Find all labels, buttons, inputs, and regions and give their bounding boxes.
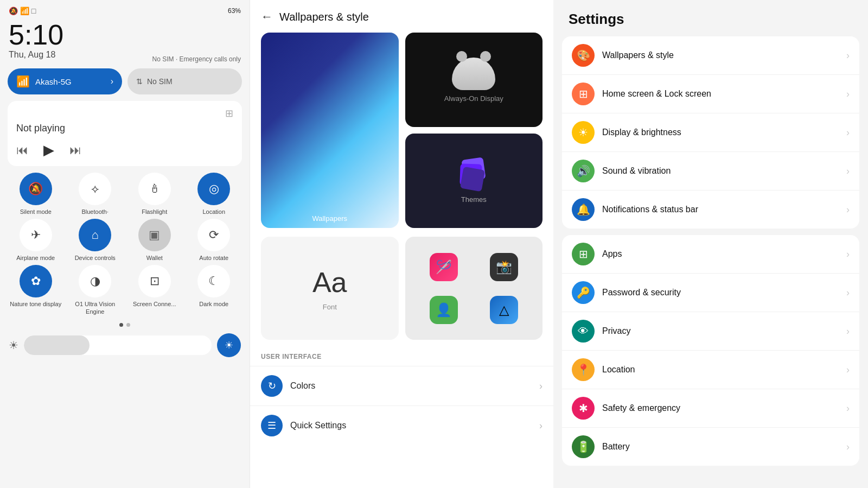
airplane-label: Airplane mode bbox=[16, 255, 55, 262]
sound-icon: 🔊 bbox=[572, 160, 595, 182]
quick-btn-wallet[interactable]: ▣ Wallet bbox=[126, 219, 183, 262]
wp-bottom-cards-grid: Aa Font 🪡 📸 👤 △ Icons bbox=[250, 237, 553, 348]
wifi-tile[interactable]: 📶 Akash-5G › bbox=[8, 68, 122, 94]
homescreen-arrow-icon: › bbox=[846, 88, 850, 100]
battery-arrow-icon: › bbox=[846, 441, 850, 453]
quick-btn-location[interactable]: ◎ Location bbox=[186, 173, 242, 216]
settings-item-safety[interactable]: ✱ Safety & emergency › bbox=[562, 389, 859, 428]
quick-btn-silent[interactable]: 🔕 Silent mode bbox=[8, 173, 64, 216]
themes-card-label: Themes bbox=[461, 195, 487, 204]
wp-back-button[interactable]: ← bbox=[261, 10, 273, 24]
icon-app-4: △ bbox=[490, 296, 518, 324]
quick-btn-nature[interactable]: ✿ Nature tone display bbox=[8, 265, 64, 315]
cast-icon[interactable]: ⊞ bbox=[225, 107, 233, 119]
location-label: Location bbox=[202, 208, 225, 216]
wp-card-themes[interactable]: Themes bbox=[405, 134, 543, 228]
quicksettings-arrow-icon: › bbox=[539, 420, 542, 432]
settings-item-password[interactable]: 🔑 Password & security › bbox=[562, 274, 859, 312]
o1ultra-label: O1 Ultra Vision Engine bbox=[67, 301, 124, 315]
settings-item-location[interactable]: 📍 Location › bbox=[562, 351, 859, 389]
quick-btn-bluetooth[interactable]: ⟡ Bluetooth· bbox=[67, 173, 124, 216]
quick-btn-o1ultra[interactable]: ◑ O1 Ultra Vision Engine bbox=[67, 265, 124, 315]
quick-buttons-grid: 🔕 Silent mode ⟡ Bluetooth· 🕯 Flashlight … bbox=[0, 168, 250, 320]
wp-card-icons[interactable]: 🪡 📸 👤 △ Icons bbox=[405, 237, 543, 340]
sim-tile[interactable]: ⇅ No SIM bbox=[127, 68, 242, 94]
font-card-label: Font bbox=[323, 303, 337, 311]
status-bar-time: 🔕 📶 □ bbox=[9, 7, 38, 15]
o1ultra-icon: ◑ bbox=[79, 265, 111, 297]
quick-btn-device[interactable]: ⌂ Device controls bbox=[67, 219, 124, 262]
darkmode-label: Dark mode bbox=[199, 301, 228, 308]
media-card: ⊞ Not playing ⏮ ▶ ⏭ bbox=[8, 101, 242, 166]
quick-btn-darkmode[interactable]: ☾ Dark mode bbox=[186, 265, 242, 315]
flashlight-label: Flashlight bbox=[142, 208, 167, 216]
password-setting-label: Password & security bbox=[602, 288, 846, 297]
font-preview: Aa Font bbox=[261, 237, 399, 340]
notifications-icon: 🔔 bbox=[572, 198, 595, 221]
privacy-arrow-icon: › bbox=[846, 326, 850, 337]
password-icon: 🔑 bbox=[572, 281, 595, 304]
dot-2 bbox=[126, 323, 130, 327]
wp-card-aod[interactable]: Always-On Display bbox=[405, 33, 543, 127]
sim-label: No SIM bbox=[147, 77, 173, 86]
settings-item-display[interactable]: ☀ Display & brightness › bbox=[562, 113, 859, 152]
settings-item-battery[interactable]: 🔋 Battery › bbox=[562, 428, 859, 466]
page-dots bbox=[0, 323, 250, 327]
safety-icon: ✱ bbox=[572, 397, 595, 420]
device-icon: ⌂ bbox=[79, 219, 111, 251]
aod-bear-graphic bbox=[452, 58, 495, 90]
display-arrow-icon: › bbox=[846, 127, 850, 138]
privacy-icon: 👁 bbox=[572, 320, 595, 343]
display-icon: ☀ bbox=[572, 121, 595, 144]
screenconn-icon: ⊡ bbox=[138, 265, 171, 297]
apps-setting-label: Apps bbox=[602, 249, 846, 259]
aod-preview: Always-On Display bbox=[405, 33, 543, 127]
wifi-arrow-icon: › bbox=[111, 77, 113, 86]
notifications-arrow-icon: › bbox=[846, 204, 850, 216]
quick-btn-screenconn[interactable]: ⊡ Screen Conne... bbox=[126, 265, 183, 315]
brightness-high-button[interactable]: ☀ bbox=[217, 333, 241, 357]
control-center-panel: 🔕 📶 □ 63% 5:10 Thu, Aug 18 No SIM · Emer… bbox=[0, 0, 250, 488]
settings-item-wallpapers[interactable]: 🎨 Wallpapers & style › bbox=[562, 36, 859, 75]
colors-label: Colors bbox=[290, 381, 539, 391]
settings-item-privacy[interactable]: 👁 Privacy › bbox=[562, 312, 859, 351]
media-play-button[interactable]: ▶ bbox=[43, 142, 54, 159]
brightness-slider[interactable] bbox=[24, 335, 212, 355]
wallpapers-arrow-icon: › bbox=[846, 50, 850, 61]
icon-app-3: 👤 bbox=[430, 296, 458, 324]
settings-item-apps[interactable]: ⊞ Apps › bbox=[562, 235, 859, 274]
homescreen-icon: ⊞ bbox=[572, 83, 595, 105]
wifi-icon: 📶 bbox=[16, 75, 30, 88]
dot-1 bbox=[119, 323, 123, 327]
screenconn-label: Screen Conne... bbox=[133, 301, 176, 308]
battery-setting-label: Battery bbox=[602, 442, 846, 452]
settings-item-homescreen[interactable]: ⊞ Home screen & Lock screen › bbox=[562, 75, 859, 113]
wp-colors-item[interactable]: ↻ Colors › bbox=[250, 366, 553, 405]
wallpaper-card-label: Wallpapers bbox=[261, 214, 399, 223]
notifications-setting-label: Notifications & status bar bbox=[602, 205, 846, 214]
wp-title: Wallpapers & style bbox=[279, 11, 369, 23]
quick-btn-airplane[interactable]: ✈ Airplane mode bbox=[8, 219, 64, 262]
wp-card-font[interactable]: Aa Font bbox=[261, 237, 399, 340]
media-next-button[interactable]: ⏭ bbox=[69, 143, 81, 157]
font-aa-graphic: Aa bbox=[312, 266, 347, 299]
rotate-label: Auto rotate bbox=[199, 255, 228, 262]
themes-preview: Themes bbox=[405, 134, 543, 228]
apps-icon: ⊞ bbox=[572, 243, 595, 265]
settings-group-1: 🎨 Wallpapers & style › ⊞ Home screen & L… bbox=[562, 36, 859, 229]
wallpapers-icon: 🎨 bbox=[572, 44, 595, 67]
brightness-fill bbox=[24, 335, 90, 355]
wp-quicksettings-item[interactable]: ☰ Quick Settings › bbox=[250, 405, 553, 445]
quick-btn-rotate[interactable]: ⟳ Auto rotate bbox=[186, 219, 242, 262]
settings-item-sound[interactable]: 🔊 Sound & vibration › bbox=[562, 152, 859, 191]
media-prev-button[interactable]: ⏮ bbox=[16, 143, 28, 157]
wp-card-wallpapers[interactable]: Wallpapers bbox=[261, 33, 399, 228]
wallpaper-style-panel: ← Wallpapers & style Wallpapers Always-O… bbox=[250, 0, 553, 488]
clock-time: 5:10 bbox=[9, 21, 241, 49]
quick-btn-flashlight[interactable]: 🕯 Flashlight bbox=[126, 173, 183, 216]
themes-layer-3 bbox=[460, 166, 485, 191]
rotate-icon: ⟳ bbox=[197, 219, 230, 251]
settings-item-notifications[interactable]: 🔔 Notifications & status bar › bbox=[562, 191, 859, 229]
icons-preview: 🪡 📸 👤 △ bbox=[405, 237, 543, 340]
brightness-row: ☀ ☀ bbox=[0, 330, 250, 360]
